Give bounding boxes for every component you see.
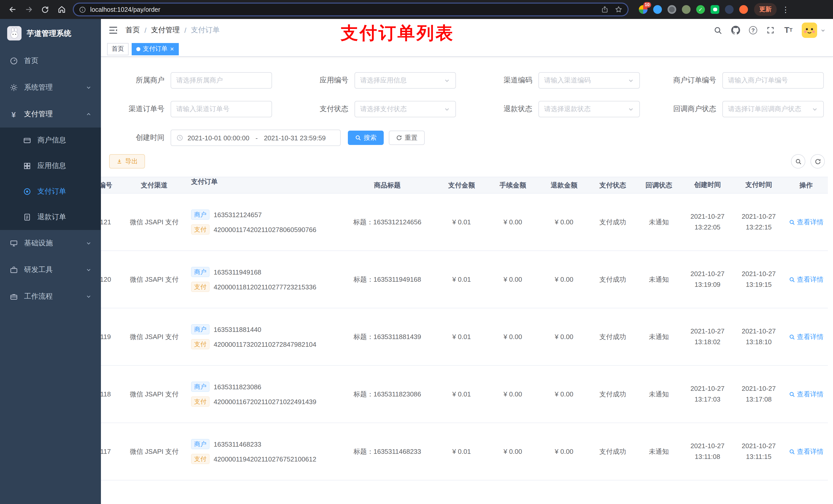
chevron-down-icon	[86, 267, 92, 273]
merchant-order-no-input[interactable]: 请输入商户订单编号	[722, 72, 824, 89]
profile-avatar-icon[interactable]	[739, 5, 748, 14]
url-bar[interactable]: localhost:1024/pay/order	[73, 3, 628, 16]
cell-fee-amount: ¥ 0.00	[487, 194, 539, 250]
reload-icon[interactable]	[38, 2, 52, 17]
app-header: 首页 / 支付管理 / 支付订单 支付订单列表 ? TT	[101, 19, 833, 42]
reset-button[interactable]: 重置	[389, 130, 425, 145]
breadcrumb-home[interactable]: 首页	[125, 26, 140, 35]
share-icon[interactable]	[601, 6, 609, 13]
toggle-search-button[interactable]	[791, 154, 805, 169]
date-end-value: 2021-10-31 23:59:59	[264, 134, 326, 142]
channel-code-select[interactable]: 请输入渠道编码	[539, 72, 640, 89]
extension-olive-icon[interactable]	[682, 5, 691, 14]
close-icon[interactable]: ×	[170, 46, 174, 52]
cell-pay-amount: ¥ 0.01	[436, 308, 487, 365]
tab-label: 首页	[112, 45, 124, 53]
date-start-value: 2021-10-01 00:00:00	[188, 134, 249, 142]
export-button[interactable]: 导出	[109, 154, 145, 169]
font-size-icon[interactable]: TT	[784, 26, 793, 35]
sidebar-item-app-info[interactable]: 应用信息	[0, 153, 101, 179]
sidebar-item-workflow[interactable]: 工作流程	[0, 283, 101, 310]
cell-action: 查看详情	[784, 194, 828, 250]
merchant-tag: 商户	[191, 267, 210, 277]
download-icon	[116, 158, 122, 164]
cell-refund-amount: ¥ 0.00	[539, 308, 590, 365]
home-icon[interactable]	[54, 2, 69, 17]
view-detail-link[interactable]: 查看详情	[789, 389, 824, 399]
merchant-select[interactable]: 请选择所属商户	[171, 72, 272, 89]
create-time-range-picker[interactable]: 2021-10-01 00:00:00 - 2021-10-31 23:59:5…	[171, 129, 341, 146]
magnifier-icon	[789, 391, 795, 397]
tab-pay-order[interactable]: 支付订单×	[132, 43, 178, 55]
cell-action: 查看详情	[784, 251, 828, 308]
back-icon[interactable]	[5, 2, 20, 17]
cell-pay-order: 商户1635311949168支付42000011812021102777232…	[185, 251, 339, 308]
chrome-update-button[interactable]: 更新	[754, 3, 777, 16]
sidebar-item-label: 首页	[24, 56, 39, 66]
extension-badge: 10	[643, 2, 651, 8]
col-notify-status: 回调状态	[636, 177, 682, 193]
channel-order-no-input[interactable]: 请输入渠道订单号	[171, 101, 272, 117]
github-icon[interactable]	[731, 26, 740, 35]
sidebar-item-pay-order[interactable]: 支付订单	[0, 179, 101, 205]
button-label: 重置	[405, 134, 418, 142]
extension-blue-icon[interactable]	[653, 5, 662, 14]
view-detail-link[interactable]: 查看详情	[789, 217, 824, 226]
filter-merchant: 所属商户 请选择所属商户	[109, 72, 272, 89]
button-label: 搜索	[364, 134, 377, 142]
extension-colorful-icon[interactable]: 10	[639, 5, 647, 14]
sidebar-item-dev-tools[interactable]: 研发工具	[0, 257, 101, 283]
filter-channel-order-no: 渠道订单号 请输入渠道订单号	[109, 101, 272, 117]
sidebar-item-label: 系统管理	[24, 83, 53, 92]
logo-avatar	[7, 26, 22, 41]
view-detail-link[interactable]: 查看详情	[789, 275, 824, 284]
sidebar-item-refund-order[interactable]: 退款订单	[0, 205, 101, 230]
user-avatar[interactable]	[802, 23, 826, 38]
breadcrumb: 首页 / 支付管理 / 支付订单	[125, 26, 220, 35]
cell-pay-time: 2021-10-2713:22:15	[733, 194, 784, 250]
tab-home[interactable]: 首页	[107, 43, 128, 55]
sidebar-item-home[interactable]: 首页	[0, 48, 101, 74]
sidebar-item-pay[interactable]: ¥ 支付管理	[0, 101, 101, 127]
merchant-tag: 商户	[191, 324, 210, 334]
extension-dark-icon[interactable]	[725, 5, 734, 14]
cell-goods-title: 标题：1635311949168	[339, 251, 436, 308]
table-row: 117微信 JSAPI 支付商户1635311468233支付420000119…	[101, 423, 828, 480]
view-detail-link[interactable]: 查看详情	[789, 447, 824, 456]
sidebar-item-merchant-info[interactable]: 商户信息	[0, 127, 101, 153]
site-info-icon[interactable]	[79, 6, 86, 13]
callback-status-select[interactable]: 请选择订单回调商户状态	[722, 101, 824, 117]
sidebar-item-infra[interactable]: 基础设施	[0, 230, 101, 257]
cell-goods-title: 标题：1635311468233	[339, 423, 436, 480]
extension-gray-icon[interactable]	[668, 5, 676, 14]
sidebar-item-label: 工作流程	[24, 292, 53, 301]
chevron-down-icon	[627, 77, 634, 84]
cell-refund-amount: ¥ 0.00	[539, 423, 590, 480]
help-icon[interactable]: ?	[749, 26, 757, 34]
search-button[interactable]: 搜索	[348, 130, 384, 145]
sidebar-item-system[interactable]: 系统管理	[0, 74, 101, 101]
order-number: 4200001194202110276752100612	[214, 455, 316, 463]
cell-pay-amount: ¥ 0.01	[436, 366, 487, 423]
extension-check-icon[interactable]: ✓	[696, 5, 705, 14]
breadcrumb-pay-manage[interactable]: 支付管理	[151, 26, 180, 35]
bookmark-star-icon[interactable]	[615, 6, 622, 13]
view-detail-link[interactable]: 查看详情	[789, 332, 824, 341]
cell-fee-amount: ¥ 0.00	[487, 423, 539, 480]
fullscreen-icon[interactable]	[766, 26, 775, 35]
table-rows: 121微信 JSAPI 支付商户1635312124657支付420000117…	[101, 194, 828, 504]
forward-icon[interactable]	[22, 2, 36, 17]
app-select[interactable]: 请选择应用信息	[355, 72, 456, 89]
cell-pay-channel	[123, 480, 185, 504]
search-icon[interactable]	[713, 26, 722, 35]
extension-wechat-icon[interactable]	[711, 5, 719, 14]
pay-status-select[interactable]: 请选择支付状态	[355, 101, 456, 117]
cell-pay-amount: ¥ 0.01	[436, 251, 487, 308]
pay-tag: 支付	[191, 397, 210, 407]
refund-status-select[interactable]: 请选择退款状态	[539, 101, 640, 117]
app-logo: 芋道管理系统	[0, 19, 101, 48]
refresh-table-button[interactable]	[810, 154, 825, 169]
orders-table: 编号 支付渠道 支付订单 商品标题 支付金额 手续金额 退款金额 支付状态 回调…	[101, 177, 833, 504]
browser-menu-icon[interactable]: ⋮	[779, 5, 793, 14]
sidebar-toggle-icon[interactable]	[108, 25, 118, 35]
